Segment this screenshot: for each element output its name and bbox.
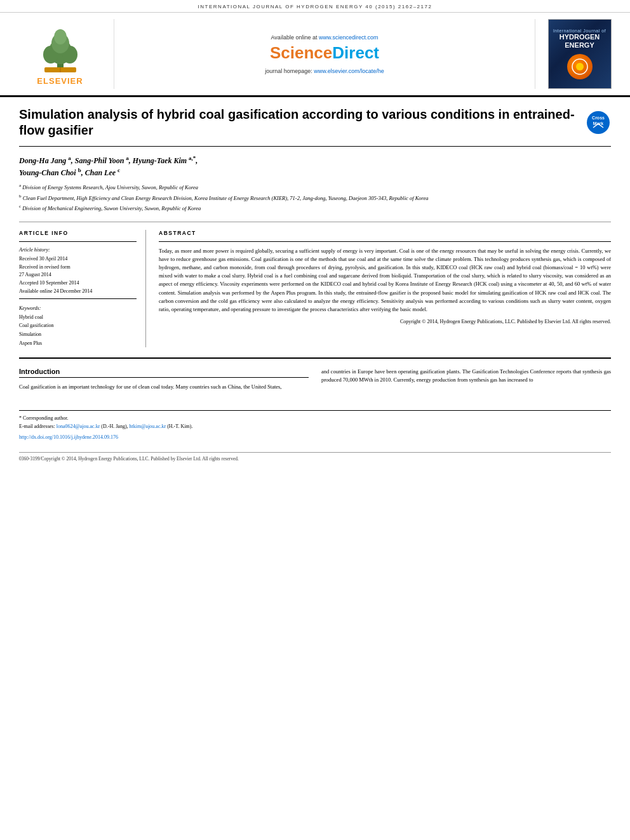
elsevier-logo-area: ELSEVIER — [13, 19, 114, 89]
article-history-label: Article history: — [19, 247, 137, 253]
journal-homepage-link[interactable]: www.elsevier.com/locate/he — [314, 68, 384, 74]
email1-link[interactable]: lona0624@ajou.ac.kr — [57, 423, 100, 429]
cover-graphic-icon — [570, 57, 589, 76]
sciencedirect-url-link[interactable]: www.sciencedirect.com — [319, 34, 379, 41]
abstract-heading: ABSTRACT — [159, 230, 611, 236]
info-divider — [19, 241, 137, 242]
footer-bottom-bar: 0360-3199/Copyright © 2014, Hydrogen Ene… — [19, 452, 611, 462]
article-title-area: Simulation analysis of hybrid coal gasif… — [19, 107, 611, 147]
keyword-2: Coal gasification — [19, 321, 137, 330]
affiliations: a Division of Energy Systems Research, A… — [19, 182, 611, 213]
abstract-text: Today, as more and more power is require… — [159, 247, 611, 314]
history-received: Received 30 April 2014 — [19, 255, 137, 263]
footer-notes: * Corresponding author. E-mail addresses… — [19, 410, 611, 441]
body-two-col: Introduction Coal gasification is an imp… — [19, 368, 611, 391]
keyword-3: Simulation — [19, 330, 137, 339]
history-available-online: Available online 24 December 2014 — [19, 288, 137, 296]
svg-text:Cross: Cross — [592, 116, 605, 120]
sciencedirect-logo: ScienceDirect — [270, 43, 379, 63]
corresponding-author-note: * Corresponding author. — [19, 415, 611, 423]
section-separator — [19, 357, 611, 359]
article-info-abstract-section: ARTICLE INFO Article history: Received 3… — [19, 222, 611, 347]
abstract-divider — [159, 241, 611, 242]
history-revised-label: Received in revised form — [19, 263, 137, 272]
svg-point-5 — [54, 29, 67, 44]
intro-col2-text: and countries in Europe have been operat… — [321, 368, 611, 384]
elsevier-tree-icon — [25, 23, 95, 74]
article-info-column: ARTICLE INFO Article history: Received 3… — [19, 230, 146, 347]
intro-col1-text: Coal gasification is an important techno… — [19, 383, 309, 391]
keywords-label: Keywords: — [19, 305, 137, 311]
body-col-right: and countries in Europe have been operat… — [321, 368, 611, 391]
email2-link[interactable]: htkim@ajou.ac.kr — [130, 423, 166, 429]
journal-cover-image: International Journal of HYDROGENENERGY — [548, 19, 612, 89]
article-info-heading: ARTICLE INFO — [19, 230, 137, 236]
journal-cover-title: HYDROGENENERGY — [560, 33, 600, 48]
keywords-divider — [19, 298, 137, 299]
main-content: Simulation analysis of hybrid coal gasif… — [0, 97, 630, 471]
keyword-4: Aspen Plus — [19, 339, 137, 348]
page-header: ELSEVIER Available online at www.science… — [0, 13, 630, 97]
doi-link[interactable]: http://dx.doi.org/10.1016/j.ijhydene.201… — [19, 434, 118, 440]
elsevier-wordmark: ELSEVIER — [37, 76, 83, 86]
journal-bar-text: INTERNATIONAL JOURNAL OF HYDROGEN ENERGY… — [198, 4, 432, 10]
email-label: E-mail addresses: — [19, 423, 55, 429]
article-title: Simulation analysis of hybrid coal gasif… — [19, 107, 586, 138]
history-accepted: Accepted 10 September 2014 — [19, 279, 137, 288]
journal-bar: INTERNATIONAL JOURNAL OF HYDROGEN ENERGY… — [0, 0, 630, 13]
available-online-text: Available online at www.sciencedirect.co… — [271, 34, 379, 41]
svg-point-9 — [576, 63, 584, 70]
email-note: E-mail addresses: lona0624@ajou.ac.kr (D… — [19, 423, 611, 431]
journal-cover-area: International Journal of HYDROGENENERGY — [535, 19, 617, 89]
affiliation-a: a Division of Energy Systems Research, A… — [19, 182, 611, 192]
abstract-copyright: Copyright © 2014, Hydrogen Energy Public… — [159, 319, 611, 324]
authors-line: Dong-Ha Jang a, Sang-Phil Yoon a, Hyung-… — [19, 154, 611, 178]
body-col-left: Introduction Coal gasification is an imp… — [19, 368, 309, 391]
journal-cover-subtitle: International Journal of — [553, 29, 606, 33]
history-revised-date: 27 August 2014 — [19, 271, 137, 279]
journal-homepage-line: journal homepage: www.elsevier.com/locat… — [265, 68, 384, 74]
authors-section: Dong-Ha Jang a, Sang-Phil Yoon a, Hyung-… — [19, 154, 611, 213]
affiliation-b: b Clean Fuel Department, High Efficiency… — [19, 193, 611, 203]
email2-name: (H.-T. Kim). — [167, 423, 192, 429]
introduction-heading: Introduction — [19, 368, 309, 378]
crossmark-badge-icon[interactable]: Cross Mark — [586, 110, 611, 135]
abstract-column: ABSTRACT Today, as more and more power i… — [159, 230, 611, 347]
keywords-section: Keywords: Hybrid coal Coal gasification … — [19, 305, 137, 347]
email1-name: (D.-H. Jang), — [101, 423, 128, 429]
corresponding-label: * Corresponding author. — [19, 415, 69, 421]
sciencedirect-area: Available online at www.sciencedirect.co… — [114, 19, 535, 89]
doi-line: http://dx.doi.org/10.1016/j.ijhydene.201… — [19, 434, 611, 442]
keyword-1: Hybrid coal — [19, 313, 137, 322]
journal-cover-circle-graphic — [567, 54, 593, 79]
affiliation-c: c Division of Mechanical Engineering, Su… — [19, 203, 611, 213]
